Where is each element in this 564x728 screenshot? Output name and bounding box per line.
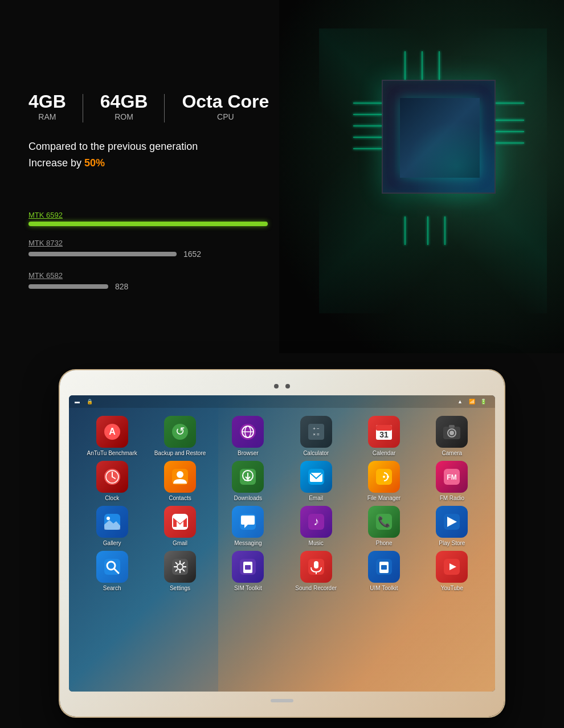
app-icon-backup-and-restore: ↺ bbox=[164, 416, 196, 448]
rom-value: 64GB bbox=[100, 91, 148, 112]
svg-point-16 bbox=[449, 431, 454, 435]
app-item-antutu-benchmark[interactable]: A AnTuTu Benchmark bbox=[80, 416, 144, 456]
app-label-fm-radio: FM Radio bbox=[440, 495, 464, 501]
app-icon-clock bbox=[96, 461, 128, 493]
app-item-messaging[interactable]: Messaging bbox=[216, 506, 280, 546]
trace-14 bbox=[427, 216, 428, 245]
app-icon-antutu-benchmark: A bbox=[96, 416, 128, 448]
home-button[interactable] bbox=[271, 699, 293, 702]
svg-rect-66 bbox=[381, 565, 387, 570]
trace-12 bbox=[439, 51, 440, 80]
app-item-downloads[interactable]: Downloads bbox=[216, 461, 280, 501]
app-label-phone: Phone bbox=[376, 540, 393, 546]
tablet-bottom bbox=[69, 694, 495, 707]
app-icon-email bbox=[300, 461, 332, 493]
app-item-gmail[interactable]: Gmail bbox=[148, 506, 211, 546]
svg-point-23 bbox=[177, 471, 183, 478]
sim-icon: ▬ bbox=[75, 398, 84, 405]
trace-6 bbox=[496, 103, 524, 104]
highlight-percent: 50% bbox=[84, 157, 105, 169]
svg-point-31 bbox=[383, 476, 385, 478]
lock-icon: 🔒 bbox=[87, 398, 96, 405]
trace-4 bbox=[353, 137, 382, 138]
app-item-play-store[interactable]: Play Store bbox=[420, 506, 484, 546]
app-item-uim-toolkit[interactable]: UIM Toolkit bbox=[352, 551, 415, 591]
app-item-camera[interactable]: Camera bbox=[420, 416, 484, 456]
app-item-settings[interactable]: Settings bbox=[148, 551, 211, 591]
comparison-line2: Increase by 50% bbox=[28, 155, 286, 171]
app-item-youtube[interactable]: YouTube bbox=[420, 551, 484, 591]
app-item-clock[interactable]: Clock bbox=[80, 461, 144, 501]
svg-rect-17 bbox=[449, 425, 455, 428]
app-label-calendar: Calendar bbox=[373, 450, 396, 456]
trace-3 bbox=[353, 125, 382, 126]
app-label-file-manager: File Manager bbox=[367, 495, 400, 501]
app-item-gallery[interactable]: Gallery bbox=[80, 506, 144, 546]
app-icon-browser bbox=[232, 416, 264, 448]
app-label-uim-toolkit: UIM Toolkit bbox=[370, 585, 398, 591]
app-label-gmail: Gmail bbox=[173, 540, 187, 546]
svg-point-36 bbox=[107, 517, 110, 520]
tablet-outer: ▬ 🔒 ▲ 📶 🔋 A AnTuTu Benchmark ↺ Backup an… bbox=[60, 370, 504, 717]
app-item-calculator[interactable]: + −× = Calculator bbox=[284, 416, 348, 456]
tablet-top-bar bbox=[69, 379, 495, 393]
app-icon-contacts bbox=[164, 461, 196, 493]
app-item-email[interactable]: Email bbox=[284, 461, 348, 501]
app-icon-phone: 📞 bbox=[368, 506, 400, 538]
trace-11 bbox=[422, 51, 423, 80]
bench-bar-gray1 bbox=[28, 252, 177, 256]
benchmark-section: MTK 6592 MTK 8732 1652 MTK 6582 828 bbox=[28, 211, 325, 304]
app-icon-downloads bbox=[232, 461, 264, 493]
app-item-backup-and-restore[interactable]: ↺ Backup and Restore bbox=[148, 416, 211, 456]
app-icon-sim-toolkit bbox=[232, 551, 264, 583]
benchmark-mtk6582: MTK 6582 828 bbox=[28, 271, 325, 291]
app-item-calendar[interactable]: 31 Calendar bbox=[352, 416, 415, 456]
rom-label: ROM bbox=[100, 112, 148, 121]
bench-score-2: 828 bbox=[115, 282, 128, 291]
app-item-contacts[interactable]: Contacts bbox=[148, 461, 211, 501]
app-item-search[interactable]: Search bbox=[80, 551, 144, 591]
app-label-gallery: Gallery bbox=[103, 540, 121, 546]
signal-icon: 📶 bbox=[469, 398, 478, 405]
trace-8 bbox=[496, 131, 524, 132]
status-right: ▲ 📶 🔋 bbox=[457, 398, 489, 405]
app-label-sim-toolkit: SIM Toolkit bbox=[234, 585, 262, 591]
bench-label-2: MTK 8732 bbox=[28, 239, 325, 247]
trace-2 bbox=[353, 114, 382, 115]
app-item-fm-radio[interactable]: FM FM Radio bbox=[420, 461, 484, 501]
bench-bar-row-2: 1652 bbox=[28, 250, 325, 259]
chip-center bbox=[400, 98, 480, 178]
app-icon-search bbox=[96, 551, 128, 583]
svg-text:📞: 📞 bbox=[378, 516, 391, 528]
bench-bar-gray2 bbox=[28, 284, 108, 289]
app-label-sound-recorder: Sound Recorder bbox=[295, 585, 337, 591]
bench-bar-row-1 bbox=[28, 222, 325, 226]
app-item-browser[interactable]: Browser bbox=[216, 416, 280, 456]
app-item-sim-toolkit[interactable]: SIM Toolkit bbox=[216, 551, 280, 591]
benchmark-mtk8732: MTK 8732 1652 bbox=[28, 239, 325, 259]
spec-row: 4GB RAM 64GB ROM Octa Core CPU bbox=[28, 91, 286, 121]
app-label-play-store: Play Store bbox=[439, 540, 465, 546]
spec-ram: 4GB RAM bbox=[28, 91, 83, 121]
app-label-antutu-benchmark: AnTuTu Benchmark bbox=[87, 450, 137, 456]
app-label-calculator: Calculator bbox=[303, 450, 329, 456]
app-icon-file-manager bbox=[368, 461, 400, 493]
wifi-icon: ▲ bbox=[457, 398, 467, 405]
trace-5 bbox=[353, 148, 382, 149]
app-label-search: Search bbox=[103, 585, 121, 591]
app-icon-music: ♪ bbox=[300, 506, 332, 538]
ram-value: 4GB bbox=[28, 91, 66, 112]
app-item-sound-recorder[interactable]: Sound Recorder bbox=[284, 551, 348, 591]
app-icon-play-store bbox=[436, 506, 468, 538]
app-icon-messaging bbox=[232, 506, 264, 538]
app-item-music[interactable]: ♪ Music bbox=[284, 506, 348, 546]
app-item-phone[interactable]: 📞 Phone bbox=[352, 506, 415, 546]
cpu-label: CPU bbox=[182, 112, 269, 121]
app-label-contacts: Contacts bbox=[169, 495, 191, 501]
camera-dot-right bbox=[285, 384, 290, 388]
app-icon-sound-recorder bbox=[300, 551, 332, 583]
app-label-messaging: Messaging bbox=[234, 540, 261, 546]
app-item-file-manager[interactable]: File Manager bbox=[352, 461, 415, 501]
app-icon-camera bbox=[436, 416, 468, 448]
app-icon-calendar: 31 bbox=[368, 416, 400, 448]
